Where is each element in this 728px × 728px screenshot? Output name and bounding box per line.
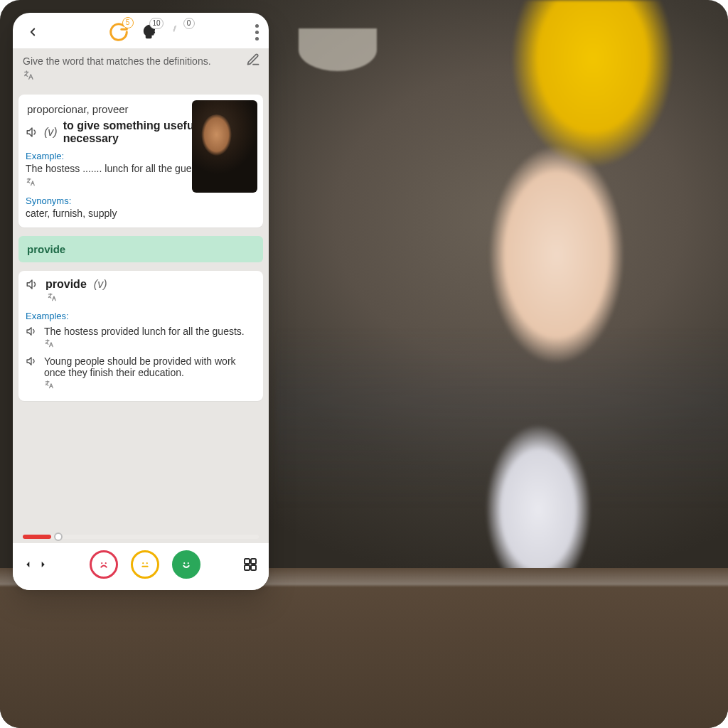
head-count: 10 [149, 18, 163, 29]
scene-root: 5 10 0 [0, 0, 728, 728]
svg-rect-13 [245, 565, 250, 570]
examples-list: The hostess provided lunch for all the g… [26, 326, 256, 392]
top-bar: 5 10 0 [13, 13, 269, 48]
translate-example-button[interactable] [26, 177, 36, 187]
app-phone-card: 5 10 0 [13, 13, 269, 590]
svg-marker-0 [27, 128, 32, 136]
refresh-count: 5 [122, 17, 134, 28]
progress-thumb[interactable] [54, 532, 63, 541]
neutral-face-icon [137, 557, 153, 572]
answer-banner: provide [18, 236, 263, 262]
swap-button[interactable] [23, 559, 48, 570]
translate-example-2-button[interactable] [44, 380, 54, 390]
svg-point-9 [183, 562, 185, 564]
example-sentence: Young people should be provided with wor… [44, 355, 256, 378]
translate-icon [23, 70, 34, 81]
synonyms-text: cater, furnish, supply [26, 208, 256, 219]
translate-answer-button[interactable] [47, 292, 57, 302]
synonyms-label: Synonyms: [26, 196, 256, 206]
translate-button[interactable] [23, 70, 34, 81]
speaker-icon [26, 126, 38, 139]
lamp-shape [299, 28, 377, 71]
answer-pos: (v) [94, 278, 107, 291]
back-button[interactable] [23, 22, 43, 42]
svg-point-7 [146, 562, 148, 564]
rate-bad-button[interactable] [90, 550, 118, 579]
svg-point-10 [188, 562, 189, 564]
chevron-left-icon [26, 26, 39, 38]
grid-icon [242, 556, 259, 573]
rate-ok-button[interactable] [131, 550, 159, 579]
progress-bar[interactable] [23, 535, 259, 539]
svg-marker-3 [27, 358, 31, 365]
sad-face-icon [96, 557, 112, 572]
brain-badge[interactable]: 0 [169, 22, 191, 42]
list-item: The hostess provided lunch for all the g… [26, 326, 256, 351]
edit-icon [246, 53, 260, 67]
arrow-right-icon [37, 559, 48, 570]
rating-faces [90, 550, 200, 579]
speaker-icon [26, 278, 38, 291]
instruction-area: Give the word that matches the definitio… [13, 48, 269, 90]
svg-point-6 [142, 562, 144, 564]
play-example-audio-button[interactable] [26, 355, 37, 367]
example-sentence: The hostess provided lunch for all the g… [44, 326, 245, 337]
svg-rect-12 [251, 559, 256, 564]
svg-point-4 [101, 562, 102, 564]
spacer [13, 405, 269, 535]
footer-bar [13, 543, 269, 590]
speaker-icon [26, 355, 37, 367]
refresh-badge[interactable]: 5 [108, 21, 129, 43]
dot-icon [255, 37, 259, 41]
definition-card: proporcionar, proveer (v) to give someth… [18, 95, 263, 228]
play-answer-audio-button[interactable] [26, 278, 38, 291]
answer-word: provide [46, 278, 87, 291]
instruction-text: Give the word that matches the definitio… [23, 55, 259, 67]
more-menu-button[interactable] [255, 24, 259, 41]
translate-icon [47, 292, 57, 302]
grid-view-button[interactable] [242, 556, 259, 573]
dot-icon [255, 31, 259, 34]
answer-card: provide (v) Examples: [18, 271, 263, 401]
svg-rect-14 [251, 565, 256, 570]
examples-label: Examples: [26, 311, 256, 321]
card-thumbnail [192, 100, 257, 193]
translate-icon [26, 177, 36, 187]
translate-icon [44, 380, 54, 390]
answer-head: provide (v) [26, 278, 256, 291]
progress-wrap [13, 535, 269, 543]
happy-face-icon [178, 557, 194, 572]
svg-rect-11 [245, 559, 250, 564]
play-example-audio-button[interactable] [26, 326, 37, 337]
svg-marker-2 [27, 328, 31, 336]
top-status-icons: 5 10 0 [108, 21, 191, 43]
head-badge[interactable]: 10 [139, 22, 159, 42]
dot-icon [255, 24, 259, 28]
translate-icon [44, 338, 54, 348]
lesson-body: Give the word that matches the definitio… [13, 48, 269, 543]
translate-example-1-button[interactable] [44, 338, 54, 348]
play-audio-button[interactable] [26, 126, 38, 139]
edit-button[interactable] [246, 53, 260, 67]
progress-fill [23, 535, 51, 539]
part-of-speech: (v) [44, 126, 58, 139]
arrow-left-icon [23, 559, 34, 570]
svg-marker-1 [27, 280, 32, 289]
speaker-icon [26, 326, 37, 337]
rate-good-button[interactable] [172, 550, 200, 579]
list-item: Young people should be provided with wor… [26, 355, 256, 392]
brain-count: 0 [183, 18, 195, 29]
svg-point-5 [105, 562, 107, 564]
